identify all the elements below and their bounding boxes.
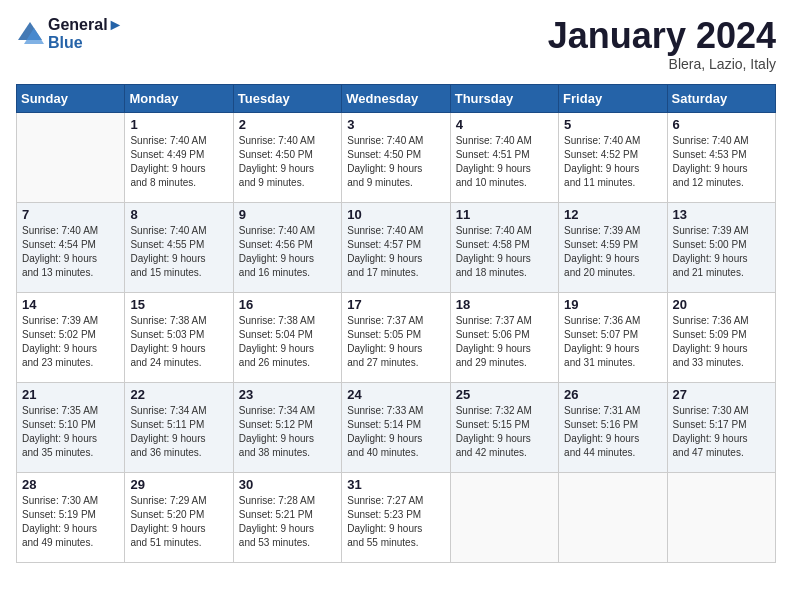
day-number: 23 xyxy=(239,387,336,402)
day-info: Sunrise: 7:40 AM Sunset: 4:53 PM Dayligh… xyxy=(673,135,749,188)
day-number: 28 xyxy=(22,477,119,492)
day-info: Sunrise: 7:36 AM Sunset: 5:07 PM Dayligh… xyxy=(564,315,640,368)
logo: General► Blue xyxy=(16,16,123,52)
calendar-cell: 1Sunrise: 7:40 AM Sunset: 4:49 PM Daylig… xyxy=(125,112,233,202)
day-number: 3 xyxy=(347,117,444,132)
calendar-cell: 21Sunrise: 7:35 AM Sunset: 5:10 PM Dayli… xyxy=(17,382,125,472)
day-info: Sunrise: 7:40 AM Sunset: 4:56 PM Dayligh… xyxy=(239,225,315,278)
weekday-header-monday: Monday xyxy=(125,84,233,112)
calendar-week-row: 1Sunrise: 7:40 AM Sunset: 4:49 PM Daylig… xyxy=(17,112,776,202)
day-number: 25 xyxy=(456,387,553,402)
weekday-header-friday: Friday xyxy=(559,84,667,112)
day-number: 27 xyxy=(673,387,770,402)
day-info: Sunrise: 7:27 AM Sunset: 5:23 PM Dayligh… xyxy=(347,495,423,548)
calendar-cell: 26Sunrise: 7:31 AM Sunset: 5:16 PM Dayli… xyxy=(559,382,667,472)
day-info: Sunrise: 7:40 AM Sunset: 4:50 PM Dayligh… xyxy=(239,135,315,188)
calendar-cell: 6Sunrise: 7:40 AM Sunset: 4:53 PM Daylig… xyxy=(667,112,775,202)
calendar-cell: 14Sunrise: 7:39 AM Sunset: 5:02 PM Dayli… xyxy=(17,292,125,382)
calendar-cell: 11Sunrise: 7:40 AM Sunset: 4:58 PM Dayli… xyxy=(450,202,558,292)
day-info: Sunrise: 7:34 AM Sunset: 5:12 PM Dayligh… xyxy=(239,405,315,458)
calendar-cell: 22Sunrise: 7:34 AM Sunset: 5:11 PM Dayli… xyxy=(125,382,233,472)
calendar-week-row: 14Sunrise: 7:39 AM Sunset: 5:02 PM Dayli… xyxy=(17,292,776,382)
day-info: Sunrise: 7:37 AM Sunset: 5:06 PM Dayligh… xyxy=(456,315,532,368)
day-number: 10 xyxy=(347,207,444,222)
calendar-cell: 28Sunrise: 7:30 AM Sunset: 5:19 PM Dayli… xyxy=(17,472,125,562)
day-number: 26 xyxy=(564,387,661,402)
calendar-cell: 29Sunrise: 7:29 AM Sunset: 5:20 PM Dayli… xyxy=(125,472,233,562)
weekday-header-wednesday: Wednesday xyxy=(342,84,450,112)
day-number: 24 xyxy=(347,387,444,402)
calendar-cell: 24Sunrise: 7:33 AM Sunset: 5:14 PM Dayli… xyxy=(342,382,450,472)
day-info: Sunrise: 7:38 AM Sunset: 5:04 PM Dayligh… xyxy=(239,315,315,368)
day-info: Sunrise: 7:40 AM Sunset: 4:55 PM Dayligh… xyxy=(130,225,206,278)
day-number: 9 xyxy=(239,207,336,222)
day-number: 4 xyxy=(456,117,553,132)
day-number: 31 xyxy=(347,477,444,492)
day-info: Sunrise: 7:40 AM Sunset: 4:57 PM Dayligh… xyxy=(347,225,423,278)
calendar-week-row: 7Sunrise: 7:40 AM Sunset: 4:54 PM Daylig… xyxy=(17,202,776,292)
day-number: 22 xyxy=(130,387,227,402)
day-info: Sunrise: 7:37 AM Sunset: 5:05 PM Dayligh… xyxy=(347,315,423,368)
calendar-cell: 15Sunrise: 7:38 AM Sunset: 5:03 PM Dayli… xyxy=(125,292,233,382)
day-info: Sunrise: 7:40 AM Sunset: 4:58 PM Dayligh… xyxy=(456,225,532,278)
weekday-header-row: SundayMondayTuesdayWednesdayThursdayFrid… xyxy=(17,84,776,112)
day-info: Sunrise: 7:39 AM Sunset: 5:00 PM Dayligh… xyxy=(673,225,749,278)
day-info: Sunrise: 7:28 AM Sunset: 5:21 PM Dayligh… xyxy=(239,495,315,548)
calendar-cell xyxy=(559,472,667,562)
calendar-cell: 31Sunrise: 7:27 AM Sunset: 5:23 PM Dayli… xyxy=(342,472,450,562)
day-number: 29 xyxy=(130,477,227,492)
day-info: Sunrise: 7:38 AM Sunset: 5:03 PM Dayligh… xyxy=(130,315,206,368)
title-block: January 2024 Blera, Lazio, Italy xyxy=(548,16,776,72)
day-number: 7 xyxy=(22,207,119,222)
day-info: Sunrise: 7:30 AM Sunset: 5:19 PM Dayligh… xyxy=(22,495,98,548)
day-number: 21 xyxy=(22,387,119,402)
calendar-cell: 13Sunrise: 7:39 AM Sunset: 5:00 PM Dayli… xyxy=(667,202,775,292)
day-info: Sunrise: 7:39 AM Sunset: 4:59 PM Dayligh… xyxy=(564,225,640,278)
calendar-cell: 25Sunrise: 7:32 AM Sunset: 5:15 PM Dayli… xyxy=(450,382,558,472)
day-number: 12 xyxy=(564,207,661,222)
logo-text: General► Blue xyxy=(48,16,123,52)
calendar-cell: 3Sunrise: 7:40 AM Sunset: 4:50 PM Daylig… xyxy=(342,112,450,202)
day-number: 6 xyxy=(673,117,770,132)
calendar-cell: 12Sunrise: 7:39 AM Sunset: 4:59 PM Dayli… xyxy=(559,202,667,292)
calendar-cell: 27Sunrise: 7:30 AM Sunset: 5:17 PM Dayli… xyxy=(667,382,775,472)
day-number: 14 xyxy=(22,297,119,312)
calendar-cell: 17Sunrise: 7:37 AM Sunset: 5:05 PM Dayli… xyxy=(342,292,450,382)
calendar-cell: 19Sunrise: 7:36 AM Sunset: 5:07 PM Dayli… xyxy=(559,292,667,382)
calendar-cell: 2Sunrise: 7:40 AM Sunset: 4:50 PM Daylig… xyxy=(233,112,341,202)
day-number: 17 xyxy=(347,297,444,312)
day-info: Sunrise: 7:32 AM Sunset: 5:15 PM Dayligh… xyxy=(456,405,532,458)
calendar-cell: 10Sunrise: 7:40 AM Sunset: 4:57 PM Dayli… xyxy=(342,202,450,292)
weekday-header-sunday: Sunday xyxy=(17,84,125,112)
calendar-cell: 5Sunrise: 7:40 AM Sunset: 4:52 PM Daylig… xyxy=(559,112,667,202)
day-number: 13 xyxy=(673,207,770,222)
day-info: Sunrise: 7:40 AM Sunset: 4:52 PM Dayligh… xyxy=(564,135,640,188)
page-header: General► Blue January 2024 Blera, Lazio,… xyxy=(16,16,776,72)
day-number: 2 xyxy=(239,117,336,132)
calendar-cell: 8Sunrise: 7:40 AM Sunset: 4:55 PM Daylig… xyxy=(125,202,233,292)
calendar-cell xyxy=(667,472,775,562)
calendar-cell: 30Sunrise: 7:28 AM Sunset: 5:21 PM Dayli… xyxy=(233,472,341,562)
day-info: Sunrise: 7:30 AM Sunset: 5:17 PM Dayligh… xyxy=(673,405,749,458)
day-info: Sunrise: 7:35 AM Sunset: 5:10 PM Dayligh… xyxy=(22,405,98,458)
calendar-cell xyxy=(17,112,125,202)
day-info: Sunrise: 7:40 AM Sunset: 4:49 PM Dayligh… xyxy=(130,135,206,188)
day-info: Sunrise: 7:29 AM Sunset: 5:20 PM Dayligh… xyxy=(130,495,206,548)
calendar-week-row: 21Sunrise: 7:35 AM Sunset: 5:10 PM Dayli… xyxy=(17,382,776,472)
day-info: Sunrise: 7:33 AM Sunset: 5:14 PM Dayligh… xyxy=(347,405,423,458)
day-info: Sunrise: 7:36 AM Sunset: 5:09 PM Dayligh… xyxy=(673,315,749,368)
day-number: 1 xyxy=(130,117,227,132)
calendar-cell: 16Sunrise: 7:38 AM Sunset: 5:04 PM Dayli… xyxy=(233,292,341,382)
day-info: Sunrise: 7:40 AM Sunset: 4:50 PM Dayligh… xyxy=(347,135,423,188)
calendar-subtitle: Blera, Lazio, Italy xyxy=(548,56,776,72)
weekday-header-thursday: Thursday xyxy=(450,84,558,112)
calendar-title: January 2024 xyxy=(548,16,776,56)
day-info: Sunrise: 7:34 AM Sunset: 5:11 PM Dayligh… xyxy=(130,405,206,458)
day-number: 11 xyxy=(456,207,553,222)
day-number: 15 xyxy=(130,297,227,312)
day-number: 5 xyxy=(564,117,661,132)
day-number: 16 xyxy=(239,297,336,312)
day-number: 8 xyxy=(130,207,227,222)
calendar-cell: 7Sunrise: 7:40 AM Sunset: 4:54 PM Daylig… xyxy=(17,202,125,292)
calendar-cell: 4Sunrise: 7:40 AM Sunset: 4:51 PM Daylig… xyxy=(450,112,558,202)
